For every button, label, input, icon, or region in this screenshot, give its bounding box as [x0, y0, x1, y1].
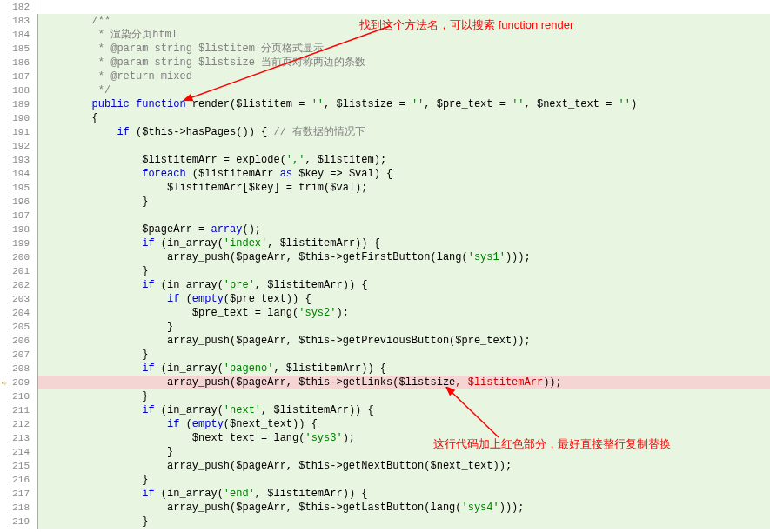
line-number: 190: [0, 111, 37, 125]
code-line[interactable]: }: [37, 445, 770, 459]
code-line[interactable]: $listitemArr[$key] = trim($val);: [37, 181, 770, 195]
code-line[interactable]: }: [37, 264, 770, 278]
code-line[interactable]: public function render($listitem = '', $…: [37, 97, 770, 111]
line-number: 211: [0, 403, 37, 417]
line-number: 200: [0, 250, 37, 264]
line-number: 204: [0, 306, 37, 320]
line-number: 208: [0, 362, 37, 376]
line-number: 185: [0, 42, 37, 56]
code-line[interactable]: }: [37, 348, 770, 362]
line-number: 216: [0, 473, 37, 487]
code-line[interactable]: * 渲染分页html: [37, 28, 770, 42]
line-number: 195: [0, 181, 37, 195]
line-number: 187: [0, 70, 37, 83]
code-line[interactable]: {: [37, 111, 770, 125]
line-number: 219: [0, 515, 37, 529]
line-number: 188: [0, 83, 37, 97]
line-number: 184: [0, 28, 37, 42]
line-number: 198: [0, 223, 37, 236]
code-line[interactable]: array_push($pageArr, $this->getNextButto…: [37, 459, 770, 473]
code-line[interactable]: array_push($pageArr, $this->getLastButto…: [37, 501, 770, 515]
line-number: 193: [0, 153, 37, 167]
code-line[interactable]: if (in_array('index', $listitemArr)) {: [37, 236, 770, 250]
code-line[interactable]: $next_text = lang('sys3');: [37, 431, 770, 445]
line-number: 189: [0, 97, 37, 111]
code-line[interactable]: [37, 0, 770, 14]
code-line[interactable]: array_push($pageArr, $this->getPreviousB…: [37, 334, 770, 348]
line-number: 191: [0, 125, 37, 139]
code-line[interactable]: if (in_array('pre', $listitemArr)) {: [37, 278, 770, 292]
line-number: 218: [0, 501, 37, 515]
code-line[interactable]: }: [37, 195, 770, 209]
line-number: 192: [0, 139, 37, 153]
code-line[interactable]: $listitemArr = explode(',', $listitem);: [37, 153, 770, 167]
code-line[interactable]: * @param string $listitem 分页格式显示: [37, 42, 770, 56]
code-editor: 1821831841851861871881891901911921931941…: [0, 0, 770, 532]
code-line[interactable]: */: [37, 83, 770, 97]
code-line[interactable]: if (in_array('next', $listitemArr)) {: [37, 403, 770, 417]
line-number: 213: [0, 431, 37, 445]
code-line[interactable]: array_push($pageArr, $this->getLinks($li…: [37, 376, 770, 389]
line-number: 212: [0, 417, 37, 431]
line-number: 202: [0, 278, 37, 292]
code-line[interactable]: * @param string $listsize 当前页对称两边的条数: [37, 56, 770, 70]
code-line[interactable]: $pre_text = lang('sys2');: [37, 306, 770, 320]
code-line[interactable]: $pageArr = array();: [37, 223, 770, 236]
code-line[interactable]: }: [37, 515, 770, 529]
line-number: 183: [0, 14, 37, 28]
line-number: 203: [0, 292, 37, 306]
line-number: 194: [0, 167, 37, 181]
code-line[interactable]: array_push($pageArr, $this->getFirstButt…: [37, 250, 770, 264]
code-area[interactable]: 找到这个方法名，可以搜索 function render 这行代码加上红色部分，…: [37, 0, 770, 532]
line-number: 186: [0, 56, 37, 70]
code-line[interactable]: if (empty($pre_text)) {: [37, 292, 770, 306]
line-number: 207: [0, 348, 37, 362]
line-number: 182: [0, 0, 37, 14]
line-number: 197: [0, 209, 37, 223]
code-line[interactable]: if (in_array('end', $listitemArr)) {: [37, 487, 770, 501]
code-line[interactable]: [37, 209, 770, 223]
line-number: 217: [0, 487, 37, 501]
code-line[interactable]: }: [37, 473, 770, 487]
code-line[interactable]: [37, 139, 770, 153]
code-line[interactable]: /**: [37, 14, 770, 28]
code-line[interactable]: * @return mixed: [37, 70, 770, 83]
line-number: 205: [0, 320, 37, 334]
code-line[interactable]: }: [37, 320, 770, 334]
code-line[interactable]: if ($this->hasPages()) { // 有数据的情况下: [37, 125, 770, 139]
line-number: 210: [0, 389, 37, 403]
code-line[interactable]: foreach ($listitemArr as $key => $val) {: [37, 167, 770, 181]
line-number: 215: [0, 459, 37, 473]
line-number: 199: [0, 236, 37, 250]
line-gutter: 1821831841851861871881891901911921931941…: [0, 0, 37, 532]
line-number: 214: [0, 445, 37, 459]
line-number: 201: [0, 264, 37, 278]
line-number: 196: [0, 195, 37, 209]
code-line[interactable]: if (in_array('pageno', $listitemArr)) {: [37, 362, 770, 376]
code-line[interactable]: if (empty($next_text)) {: [37, 417, 770, 431]
code-line[interactable]: }: [37, 389, 770, 403]
line-number: 209➪: [0, 376, 37, 389]
line-number: 206: [0, 334, 37, 348]
